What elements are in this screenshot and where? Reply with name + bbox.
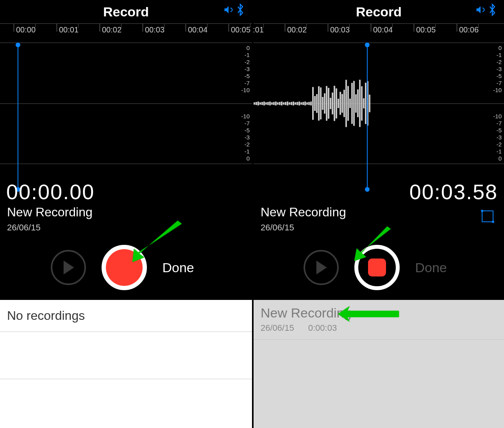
recording-date: 26/06/15 (7, 223, 41, 233)
waveform-area: 0-1-2-3-5-7-10 0-1-2-3-5-7-10 (254, 43, 504, 164)
time-ruler[interactable]: 00:0100:0200:0300:0400:0500:06 (254, 23, 504, 43)
trim-button[interactable] (478, 207, 497, 227)
annotation-arrow (338, 305, 400, 325)
recordings-list[interactable]: No recordings (0, 300, 252, 428)
play-button[interactable] (51, 250, 86, 285)
audio-route-button[interactable] (223, 3, 245, 16)
db-scale-top: 0-1-2-3-5-7-10 (241, 45, 250, 94)
recording-date: 26/06/15 (261, 223, 294, 233)
header: Record (254, 0, 504, 23)
playhead[interactable] (18, 45, 18, 189)
page-title: Record (103, 4, 149, 20)
annotation-arrow (354, 226, 393, 262)
svg-point-2 (492, 221, 494, 223)
annotation-arrow (131, 221, 186, 264)
recording-name[interactable]: New Recording (261, 205, 346, 219)
play-button[interactable] (304, 250, 339, 285)
db-scale-bottom: 0-1-2-3-5-7-10 (493, 113, 502, 162)
elapsed-time: 00:03.58 (409, 180, 498, 204)
header: Record (0, 0, 252, 23)
recording-name[interactable]: New Recording (7, 205, 93, 219)
bluetooth-icon (236, 3, 245, 16)
done-button: Done (415, 260, 454, 275)
speaker-icon (223, 4, 234, 15)
transport-controls: Done (0, 240, 252, 295)
waveform (254, 80, 371, 127)
waveform-area: 0-1-2-3-5-7-10 0-1-2-3-5-7-10 (0, 43, 252, 164)
db-scale-bottom: 0-1-2-3-5-7-10 (241, 113, 250, 162)
empty-state-text: No recordings (0, 300, 252, 332)
timeline[interactable]: 00:0100:0200:0300:0400:0500:06 0-1-2-3-5… (254, 23, 504, 164)
audio-route-button[interactable] (475, 3, 497, 16)
list-item-date: 26/06/15 (261, 323, 294, 333)
time-ruler[interactable]: 00:0000:0100:0200:0300:0400:05 (0, 23, 252, 43)
playhead[interactable] (367, 45, 368, 189)
db-scale-top: 0-1-2-3-5-7-10 (493, 45, 502, 94)
list-item-duration: 0:00:03 (308, 323, 337, 333)
svg-point-1 (481, 210, 483, 212)
screen-before-record: Record 00:0000:0100:0200:0300:0400:05 0-… (0, 0, 252, 428)
screen-during-record: Record 00:0100:0200:0300:0400:0500:06 0-… (252, 0, 504, 428)
waveform-midline (0, 103, 252, 104)
svg-rect-0 (482, 211, 493, 222)
page-title: Record (356, 4, 402, 20)
bluetooth-icon (488, 3, 497, 16)
timeline[interactable]: 00:0000:0100:0200:0300:0400:05 0-1-2-3-5… (0, 23, 252, 164)
speaker-icon (475, 4, 486, 15)
elapsed-time: 00:00.00 (6, 180, 95, 204)
